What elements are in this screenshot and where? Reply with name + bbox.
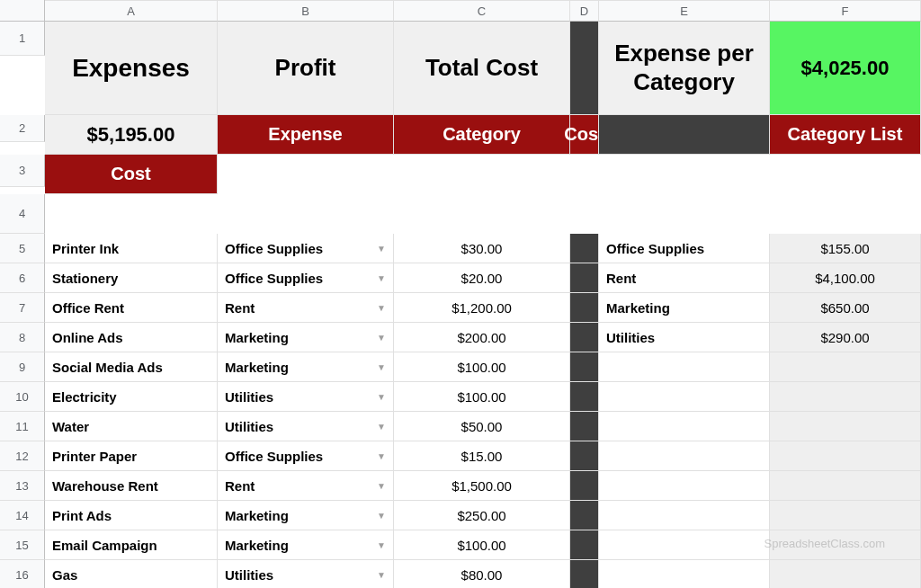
category-list-cell[interactable] [599, 382, 770, 412]
cost-cell[interactable]: $100.00 [394, 382, 570, 412]
category-list-cell[interactable]: Office Supplies [599, 234, 770, 263]
row-header-9[interactable]: 9 [0, 352, 45, 382]
col-header-E[interactable]: E [599, 0, 770, 22]
category-list-text: Rent [606, 271, 636, 286]
row-header-13[interactable]: 13 [0, 471, 45, 501]
spreadsheet-grid[interactable]: ABCDEF123ExpensesProfitTotal CostExpense… [0, 0, 921, 588]
col-header-C[interactable]: C [394, 0, 570, 22]
chevron-down-icon: ▼ [377, 333, 386, 343]
category-list-cell[interactable]: Utilities [599, 323, 770, 352]
expense-cell[interactable]: Stationery [45, 263, 218, 293]
category-cost-cell[interactable]: $290.00 [770, 323, 921, 352]
category-dropdown-cell[interactable]: Rent▼ [218, 471, 394, 501]
category-dropdown-cell[interactable]: Marketing▼ [218, 501, 394, 530]
category-list-cell[interactable] [599, 560, 770, 588]
expense-cell[interactable]: Electricity [45, 382, 218, 412]
row-header-1[interactable]: 1 [0, 22, 45, 56]
row-header-12[interactable]: 12 [0, 441, 45, 471]
expenses-title: Expenses [45, 22, 218, 115]
cost-cell[interactable]: $1,200.00 [394, 293, 570, 323]
expense-cell[interactable]: Print Ads [45, 501, 218, 530]
cost-cell[interactable]: $20.00 [394, 263, 570, 293]
category-dropdown-cell[interactable]: Utilities▼ [218, 560, 394, 588]
category-cost-cell[interactable] [770, 352, 921, 382]
expense-cell[interactable]: Social Media Ads [45, 352, 218, 382]
cost-cell[interactable]: $15.00 [394, 441, 570, 471]
category-text: Marketing [225, 330, 289, 345]
select-all-corner[interactable] [0, 0, 45, 22]
category-dropdown-cell[interactable]: Rent▼ [218, 293, 394, 323]
row-header-3[interactable]: 3 [0, 155, 45, 187]
col-header-D[interactable]: D [570, 0, 599, 22]
row-header-10[interactable]: 10 [0, 382, 45, 412]
row-header-16[interactable]: 16 [0, 560, 45, 588]
category-cost-cell[interactable]: $155.00 [770, 234, 921, 263]
category-text: Marketing [225, 360, 289, 375]
category-cost-cell[interactable] [770, 382, 921, 412]
cost-cell[interactable]: $250.00 [394, 501, 570, 530]
category-dropdown-cell[interactable]: Utilities▼ [218, 382, 394, 412]
header-category-list-text: Category List [788, 124, 903, 145]
row-header-11[interactable]: 11 [0, 412, 45, 441]
expense-cell[interactable]: Email Campaign [45, 530, 218, 560]
category-list-cell[interactable] [599, 352, 770, 382]
category-dropdown-cell[interactable]: Marketing▼ [218, 530, 394, 560]
category-dropdown-cell[interactable]: Utilities▼ [218, 412, 394, 441]
row-header-5[interactable]: 5 [0, 234, 45, 263]
category-dropdown-cell[interactable]: Office Supplies▼ [218, 234, 394, 263]
row-header-7[interactable]: 7 [0, 293, 45, 323]
category-cost-cell[interactable]: $650.00 [770, 293, 921, 323]
cost-cell[interactable]: $50.00 [394, 412, 570, 441]
cost-cell[interactable]: $200.00 [394, 323, 570, 352]
row-header-8[interactable]: 8 [0, 323, 45, 352]
row-header-4[interactable]: 4 [0, 194, 45, 234]
category-list-cell[interactable] [599, 501, 770, 530]
category-list-cell[interactable] [599, 530, 770, 560]
expense-cell[interactable]: Water [45, 412, 218, 441]
col-header-B[interactable]: B [218, 0, 394, 22]
row-header-2[interactable]: 2 [0, 115, 45, 142]
category-cost-cell[interactable] [770, 501, 921, 530]
expense-cell[interactable]: Online Ads [45, 323, 218, 352]
total-cost-value-cell[interactable]: $5,195.00 [45, 115, 218, 155]
category-cost-cell[interactable]: $4,100.00 [770, 263, 921, 293]
header-cost2: Cost [45, 155, 218, 194]
cost-cell[interactable]: $80.00 [394, 560, 570, 588]
row-header-6[interactable]: 6 [0, 263, 45, 293]
expense-cell[interactable]: Printer Ink [45, 234, 218, 263]
category-cost-cell[interactable] [770, 471, 921, 501]
category-dropdown-cell[interactable]: Office Supplies▼ [218, 263, 394, 293]
category-cost-cell[interactable] [770, 412, 921, 441]
cost-cell[interactable]: $100.00 [394, 352, 570, 382]
expense-cell[interactable]: Gas [45, 560, 218, 588]
cost-cell[interactable]: $100.00 [394, 530, 570, 560]
category-cost-cell[interactable] [770, 530, 921, 560]
header-category-text: Category [443, 124, 521, 145]
cost-cell[interactable]: $30.00 [394, 234, 570, 263]
category-cost-cell[interactable] [770, 560, 921, 588]
profit-value-cell[interactable]: $4,025.00 [770, 22, 921, 115]
category-dropdown-cell[interactable]: Marketing▼ [218, 323, 394, 352]
category-text: Office Supplies [225, 241, 323, 256]
category-list-cell[interactable]: Rent [599, 263, 770, 293]
category-list-cell[interactable] [599, 471, 770, 501]
category-cost-cell[interactable] [770, 441, 921, 471]
total-cost-value-text: $5,195.00 [87, 123, 175, 147]
expense-cell[interactable]: Warehouse Rent [45, 471, 218, 501]
col-header-A[interactable]: A [45, 0, 218, 22]
category-dropdown-cell[interactable]: Marketing▼ [218, 352, 394, 382]
row-header-14[interactable]: 14 [0, 501, 45, 530]
expense-cell[interactable]: Printer Paper [45, 441, 218, 471]
expense-cell[interactable]: Office Rent [45, 293, 218, 323]
cost-cell[interactable]: $1,500.00 [394, 471, 570, 501]
cost-text: $200.00 [457, 330, 505, 345]
category-list-cell[interactable] [599, 412, 770, 441]
dark-separator [570, 382, 599, 412]
category-text: Rent [225, 300, 255, 316]
category-list-cell[interactable] [599, 441, 770, 471]
row-header-15[interactable]: 15 [0, 530, 45, 560]
category-list-cell[interactable]: Marketing [599, 293, 770, 323]
category-dropdown-cell[interactable]: Office Supplies▼ [218, 441, 394, 471]
cost-text: $100.00 [457, 538, 505, 553]
col-header-F[interactable]: F [770, 0, 921, 22]
